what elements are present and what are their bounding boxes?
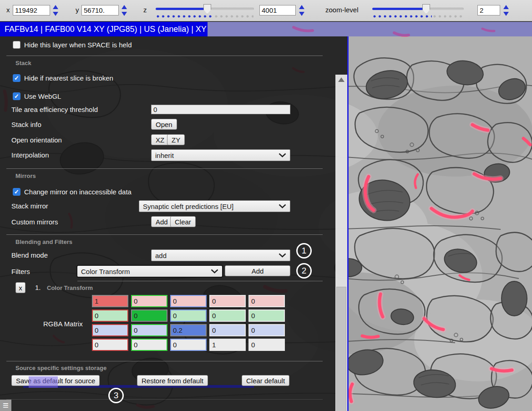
z-slider-track[interactable]: [156, 8, 208, 10]
layer-controls-toggle-button[interactable]: ≡: [0, 400, 11, 411]
matrix-cell[interactable]: 0: [170, 310, 207, 322]
divider: [6, 234, 323, 235]
zoom-slider[interactable]: [371, 4, 465, 18]
custom-mirrors-label: Custom mirrors: [11, 218, 58, 226]
stack-mirror-select[interactable]: Synaptic cleft predictions [EU]: [139, 200, 290, 212]
x-coordinate-input[interactable]: [13, 5, 50, 15]
zoom-slider-track[interactable]: [372, 8, 426, 10]
y-spinner[interactable]: [121, 4, 127, 17]
matrix-cell[interactable]: 0: [248, 339, 285, 351]
annotation-circle-3: 3: [108, 388, 124, 403]
spinner-up-icon[interactable]: [503, 5, 509, 9]
blending-section-header: Blending and Filters: [15, 238, 72, 245]
layer-settings-panel: Hide this layer when SPACE is held Stack…: [0, 36, 349, 411]
custom-mirror-add-button[interactable]: Add: [151, 216, 172, 227]
matrix-cell[interactable]: 0: [131, 310, 167, 322]
blend-mode-select[interactable]: add: [151, 249, 290, 261]
filter-index: 1.: [35, 284, 41, 291]
interpolation-value: inherit: [155, 152, 174, 159]
save-default-button[interactable]: Save as default for source: [11, 375, 100, 386]
spinner-down-icon[interactable]: [122, 12, 127, 16]
slider-ticks: [433, 15, 462, 18]
open-zy-button[interactable]: ZY: [167, 134, 185, 145]
check-icon: ✓: [14, 75, 19, 81]
spinner-down-icon[interactable]: [299, 12, 304, 16]
stack-title: FAFBv14 | FAFB00 V14 XY (JPG85) | US (Ja…: [0, 22, 208, 36]
matrix-cell[interactable]: 0: [131, 324, 167, 336]
tile-threshold-input[interactable]: 0: [151, 105, 290, 114]
webgl-checkbox[interactable]: ✓: [13, 92, 20, 100]
y-label: y: [76, 6, 79, 14]
spinner-up-icon[interactable]: [53, 5, 58, 9]
filter-remove-button[interactable]: x: [15, 282, 25, 293]
spinner-down-icon[interactable]: [53, 12, 58, 16]
rgba-matrix-label: RGBA Matrix: [43, 320, 83, 328]
check-icon: ✓: [14, 188, 19, 195]
webgl-row: ✓ Use WebGL: [13, 91, 61, 101]
chevron-down-icon: [279, 253, 286, 258]
chevron-down-icon: [279, 204, 286, 208]
z-label: z: [143, 6, 147, 14]
matrix-cell[interactable]: 0: [92, 310, 128, 322]
filters-select[interactable]: Color Transform: [76, 265, 223, 278]
spinner-down-icon[interactable]: [503, 12, 509, 16]
interpolation-select[interactable]: inherit: [151, 149, 290, 161]
matrix-cell[interactable]: 0: [131, 339, 167, 351]
spinner-up-icon[interactable]: [122, 5, 127, 9]
z-slider-thumb[interactable]: [203, 4, 211, 14]
interpolation-label: Interpolation: [11, 151, 49, 159]
zoom-slider-track[interactable]: [426, 8, 464, 10]
hide-broken-label: Hide if nearest slice is broken: [24, 74, 113, 82]
custom-mirror-clear-button[interactable]: Clear: [170, 216, 196, 227]
y-coordinate-input[interactable]: [81, 5, 119, 15]
matrix-cell[interactable]: 0: [170, 295, 207, 307]
spinner-up-icon[interactable]: [299, 5, 304, 9]
matrix-cell[interactable]: 0: [209, 310, 246, 322]
divider: [6, 168, 323, 169]
change-mirror-label: Change mirror on inaccessible data: [24, 188, 132, 196]
matrix-cell[interactable]: 0: [92, 324, 128, 336]
matrix-cell[interactable]: 0: [209, 295, 246, 307]
restore-default-button[interactable]: Restore from default: [137, 375, 208, 386]
hide-broken-row: ✓ Hide if nearest slice is broken: [13, 73, 113, 82]
matrix-cell[interactable]: 1: [209, 339, 246, 351]
filters-label: Filters: [11, 268, 30, 275]
z-slider[interactable]: [155, 4, 255, 18]
blend-mode-value: add: [155, 252, 167, 259]
chevron-down-icon: [279, 153, 286, 157]
check-icon: ✓: [14, 93, 19, 100]
stack-mirror-value: Synaptic cleft predictions [EU]: [143, 203, 233, 210]
clear-default-button[interactable]: Clear default: [242, 375, 289, 386]
matrix-cell[interactable]: 0: [248, 310, 285, 322]
stack-info-label: Stack info: [11, 121, 41, 128]
matrix-cell[interactable]: 0.2: [170, 324, 207, 336]
tile-threshold-label: Tile area efficiency threshold: [11, 106, 98, 113]
scrollbar-thumb[interactable]: [336, 287, 346, 411]
filter-add-button[interactable]: Add: [225, 265, 290, 276]
z-section-input[interactable]: [259, 5, 296, 15]
z-slider-track[interactable]: [208, 8, 254, 10]
panel-scrollbar[interactable]: [335, 75, 347, 411]
matrix-cell[interactable]: 0: [92, 339, 128, 351]
zoom-slider-thumb[interactable]: [422, 4, 430, 14]
matrix-cell[interactable]: 0: [209, 324, 246, 336]
matrix-cell[interactable]: 0: [170, 339, 207, 351]
zoom-spinner[interactable]: [503, 4, 509, 17]
panel-border: [347, 36, 349, 411]
x-spinner[interactable]: [52, 4, 59, 17]
matrix-cell[interactable]: 0: [248, 324, 285, 336]
hide-on-space-checkbox[interactable]: [13, 41, 20, 49]
matrix-cell[interactable]: 1: [92, 295, 128, 307]
open-orientation-label: Open orientation: [11, 136, 62, 144]
zoom-level-input[interactable]: [477, 5, 500, 15]
stack-info-open-button[interactable]: Open: [151, 119, 177, 130]
matrix-cell[interactable]: 0: [248, 295, 285, 307]
z-spinner[interactable]: [299, 4, 305, 17]
slider-ticks: [373, 15, 432, 18]
open-xz-button[interactable]: XZ: [151, 134, 169, 145]
change-mirror-checkbox[interactable]: ✓: [13, 188, 20, 196]
zoom-level-label: zoom-level: [325, 6, 359, 14]
matrix-cell[interactable]: 0: [131, 295, 167, 307]
hide-broken-checkbox[interactable]: ✓: [13, 74, 20, 82]
scroll-up-icon[interactable]: [338, 77, 345, 82]
